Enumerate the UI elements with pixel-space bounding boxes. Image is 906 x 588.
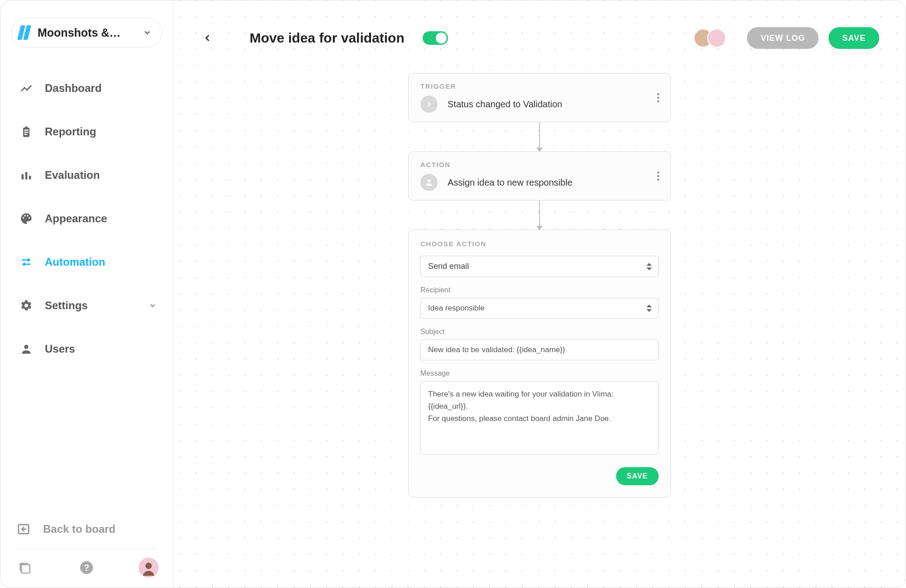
toggle-knob — [436, 33, 447, 43]
trigger-icon — [420, 96, 438, 113]
card-text: Assign idea to new responsible — [448, 177, 573, 188]
sidebar-item-label: Settings — [45, 299, 88, 312]
automation-toggle[interactable] — [423, 31, 448, 45]
recipient-select[interactable]: Idea responsible — [420, 298, 659, 319]
sidebar-item-label: Dashboard — [45, 82, 101, 95]
sidebar-item-users[interactable]: Users — [8, 327, 166, 371]
svg-point-17 — [657, 175, 659, 177]
svg-rect-7 — [21, 564, 30, 573]
sidebar-item-settings[interactable]: Settings — [8, 284, 166, 327]
board-selector[interactable]: Moonshots &… — [11, 18, 162, 48]
message-textarea[interactable] — [420, 381, 659, 454]
sidebar-item-label: Evaluation — [45, 169, 100, 182]
svg-text:?: ? — [83, 563, 89, 573]
sidebar-item-dashboard[interactable]: Dashboard — [8, 67, 166, 110]
main: Move idea for validation VIEW LOG SAVE T… — [173, 0, 906, 588]
chevron-down-icon — [149, 301, 157, 310]
svg-rect-0 — [22, 174, 24, 180]
sidebar-footer: ? — [11, 555, 162, 580]
svg-rect-2 — [29, 176, 31, 179]
svg-point-18 — [657, 178, 659, 180]
form-save-button[interactable]: SAVE — [616, 467, 659, 485]
logo-icon — [19, 25, 29, 40]
person-icon — [420, 174, 438, 191]
svg-marker-21 — [646, 305, 652, 307]
svg-point-16 — [657, 171, 659, 173]
save-button[interactable]: SAVE — [829, 27, 879, 49]
user-avatar[interactable] — [139, 558, 159, 578]
svg-point-13 — [657, 96, 659, 98]
appearance-icon — [17, 212, 36, 225]
view-log-button[interactable]: VIEW LOG — [747, 27, 819, 49]
sidebar-item-label: Appearance — [45, 212, 107, 225]
choose-action-card: CHOOSE ACTION Send email Recipient Idea … — [408, 229, 671, 497]
chevron-down-icon — [143, 28, 152, 37]
sidebar-item-reporting[interactable]: Reporting — [8, 110, 166, 153]
board-name: Moonshots &… — [38, 26, 143, 39]
back-to-board[interactable]: Back to board — [11, 513, 162, 545]
sidebar-item-label: Automation — [45, 256, 105, 268]
section-label: ACTION — [420, 161, 659, 168]
back-button[interactable] — [198, 29, 217, 48]
connector-arrow — [539, 201, 540, 229]
trigger-card[interactable]: TRIGGER Status changed to Validation — [408, 73, 671, 122]
svg-point-14 — [657, 100, 659, 102]
back-to-board-label: Back to board — [43, 523, 116, 535]
field-label: Recipient — [420, 286, 659, 294]
connector-arrow — [539, 122, 540, 151]
field-label: Subject — [420, 328, 659, 336]
select-value: Send email — [428, 262, 469, 271]
sidebar: Moonshots &… Dashboard Reporting — [0, 0, 173, 588]
users-icon — [17, 343, 36, 355]
divider — [16, 548, 158, 549]
automation-icon — [17, 256, 36, 268]
sidebar-item-appearance[interactable]: Appearance — [8, 197, 166, 240]
section-label: TRIGGER — [420, 82, 659, 90]
back-to-board-icon — [17, 522, 30, 536]
svg-marker-22 — [646, 309, 652, 312]
flow-canvas: TRIGGER Status changed to Validation ACT… — [173, 55, 906, 497]
sidebar-item-label: Users — [45, 343, 75, 355]
section-label: CHOOSE ACTION — [420, 240, 659, 248]
collaborator-avatars[interactable] — [694, 29, 726, 48]
select-indicator-icon — [646, 305, 652, 312]
select-value: Idea responsible — [428, 304, 485, 312]
avatar — [707, 29, 726, 48]
svg-rect-1 — [25, 172, 28, 179]
library-icon[interactable] — [15, 558, 34, 577]
sidebar-nav: Dashboard Reporting Evaluation Appearanc… — [8, 67, 166, 371]
svg-marker-20 — [646, 268, 652, 270]
svg-point-15 — [428, 179, 431, 182]
sidebar-item-automation[interactable]: Automation — [8, 240, 166, 284]
svg-marker-19 — [646, 263, 652, 266]
svg-point-11 — [145, 563, 152, 569]
svg-point-12 — [657, 93, 659, 95]
sidebar-item-evaluation[interactable]: Evaluation — [8, 153, 166, 197]
dashboard-icon — [17, 81, 36, 95]
help-icon[interactable]: ? — [77, 558, 96, 577]
page-title: Move idea for validation — [250, 30, 405, 46]
card-text: Status changed to Validation — [448, 99, 562, 110]
settings-icon — [17, 299, 36, 312]
subject-input[interactable] — [420, 339, 659, 360]
more-icon[interactable] — [657, 93, 660, 103]
select-indicator-icon — [646, 263, 652, 270]
action-card[interactable]: ACTION Assign idea to new responsible — [408, 151, 671, 201]
reporting-icon — [17, 125, 36, 138]
sidebar-item-label: Reporting — [45, 125, 96, 138]
topbar: Move idea for validation VIEW LOG SAVE — [173, 0, 906, 55]
svg-point-3 — [24, 345, 28, 349]
more-icon[interactable] — [657, 171, 660, 181]
evaluation-icon — [17, 169, 36, 182]
field-label: Message — [420, 369, 659, 378]
action-select[interactable]: Send email — [420, 256, 659, 277]
